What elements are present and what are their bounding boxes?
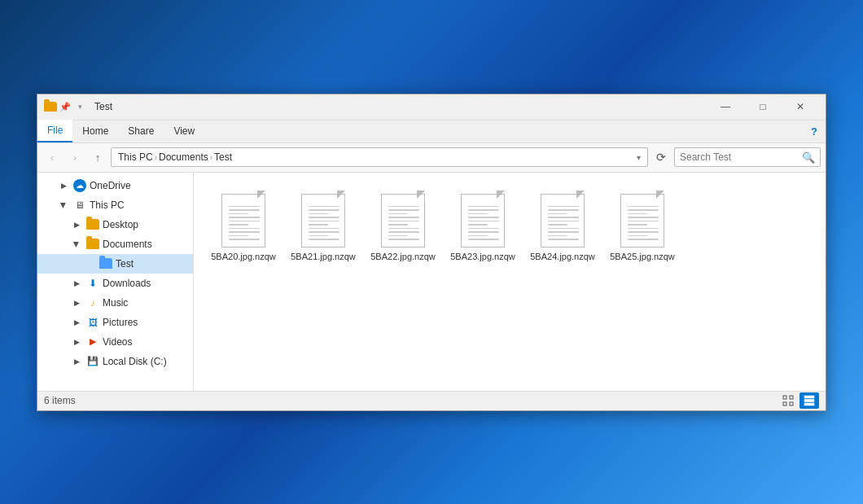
sidebar-label-thispc: This PC [90, 199, 125, 211]
minimize-button[interactable]: — [707, 94, 744, 120]
sidebar-item-documents[interactable]: ▶ Documents [37, 234, 193, 254]
sidebar-label-desktop: Desktop [103, 219, 138, 230]
sidebar-item-onedrive[interactable]: ▶ OneDrive [37, 176, 193, 195]
sidebar-label-downloads: Downloads [103, 278, 151, 289]
file-item[interactable]: 5BA22.jpg.nzqw [366, 186, 440, 267]
title-bar: 📌 ▾ Test — □ ✕ [37, 94, 826, 121]
file-icon [379, 191, 427, 248]
address-path[interactable]: This PC › Documents › Test ▾ [111, 147, 648, 167]
sidebar-label-test: Test [116, 258, 134, 270]
file-icon-fold [257, 191, 265, 199]
window-title: Test [94, 101, 707, 112]
pictures-icon: 🖼 [86, 316, 99, 329]
main-area: ▶ OneDrive ▶ 🖥 This PC ▶ Desktop ▶ Docum… [37, 173, 826, 391]
path-documents[interactable]: Documents [159, 151, 208, 163]
sidebar-item-localdisk[interactable]: ▶ 💾 Local Disk (C:) [37, 352, 193, 371]
search-input[interactable] [680, 151, 802, 163]
chevron-icon: ▶ [70, 355, 83, 368]
file-icon-body [620, 194, 664, 248]
maximize-button[interactable]: □ [744, 94, 782, 120]
folder-icon [86, 239, 99, 249]
music-icon: ♪ [86, 296, 99, 309]
sidebar-item-downloads[interactable]: ▶ ⬇ Downloads [37, 274, 193, 293]
file-icon-lines [388, 206, 419, 243]
chevron-icon: ▶ [57, 179, 70, 192]
refresh-button[interactable]: ⟳ [651, 147, 671, 167]
svg-rect-6 [804, 403, 814, 405]
file-icon-lines [548, 206, 579, 243]
file-name: 5BA25.jpg.nzqw [610, 251, 675, 262]
item-count: 6 items [44, 395, 76, 406]
sidebar-item-thispc[interactable]: ▶ 🖥 This PC [37, 195, 193, 215]
file-icon [299, 191, 348, 248]
file-icon-lines [628, 206, 659, 243]
file-icon-fold [417, 191, 425, 199]
path-sep-2: › [210, 153, 212, 162]
svg-rect-5 [804, 400, 814, 402]
sidebar-label-onedrive: OneDrive [90, 180, 131, 191]
view-list-button[interactable] [778, 392, 798, 409]
file-name: 5BA20.jpg.nzqw [211, 251, 276, 262]
disk-icon: 💾 [86, 355, 99, 368]
sidebar-item-videos[interactable]: ▶ ▶ Videos [37, 332, 193, 352]
file-item[interactable]: 5BA25.jpg.nzqw [606, 186, 679, 267]
chevron-icon: ▶ [57, 199, 70, 212]
search-icon[interactable]: 🔍 [802, 151, 815, 164]
file-item[interactable]: 5BA23.jpg.nzqw [446, 186, 519, 267]
pin-icon: 📌 [59, 100, 72, 113]
up-button[interactable]: ↑ [88, 147, 107, 167]
svg-rect-1 [783, 402, 786, 405]
downloads-icon: ⬇ [86, 277, 99, 290]
chevron-icon: ▶ [70, 316, 83, 329]
menu-tab-view[interactable]: View [164, 120, 204, 142]
title-bar-icons: 📌 ▾ [44, 100, 86, 113]
forward-button[interactable]: › [65, 147, 85, 167]
file-icon [458, 191, 507, 248]
path-dropdown-icon[interactable]: ▾ [637, 153, 641, 162]
menu-tab-file[interactable]: File [37, 120, 72, 142]
file-icon-lines [309, 206, 340, 243]
path-test[interactable]: Test [214, 151, 232, 163]
help-button[interactable]: ? [803, 120, 826, 142]
search-box[interactable]: 🔍 [674, 147, 821, 167]
file-icon-body [221, 194, 265, 248]
file-name: 5BA22.jpg.nzqw [370, 251, 436, 262]
back-button[interactable]: ‹ [42, 147, 62, 167]
down-chevron-icon: ▾ [73, 100, 86, 113]
onedrive-icon [73, 179, 86, 192]
chevron-icon: ▶ [70, 277, 83, 290]
videos-icon: ▶ [86, 335, 99, 348]
svg-rect-4 [804, 396, 814, 398]
file-item[interactable]: 5BA24.jpg.nzqw [526, 186, 599, 267]
chevron-icon: ▶ [70, 335, 83, 348]
menu-tab-share[interactable]: Share [118, 120, 164, 142]
file-icon-body [381, 194, 425, 248]
sidebar-item-test[interactable]: ▶ Test [37, 254, 193, 274]
svg-rect-2 [790, 396, 793, 399]
view-tiles-button[interactable] [799, 392, 819, 409]
menu-bar: File Home Share View ? [37, 121, 826, 143]
sidebar-label-videos: Videos [103, 336, 132, 348]
file-icon-body [461, 194, 505, 248]
path-this-pc[interactable]: This PC [118, 151, 153, 163]
file-icon-fold [576, 191, 585, 199]
chevron-icon: ▶ [70, 296, 83, 309]
file-icon-lines [229, 206, 260, 243]
sidebar-item-music[interactable]: ▶ ♪ Music [37, 293, 193, 313]
sidebar: ▶ OneDrive ▶ 🖥 This PC ▶ Desktop ▶ Docum… [37, 173, 194, 391]
file-item[interactable]: 5BA20.jpg.nzqw [207, 186, 280, 267]
file-item[interactable]: 5BA21.jpg.nzqw [287, 186, 360, 267]
file-name: 5BA21.jpg.nzqw [291, 251, 356, 262]
menu-tab-home[interactable]: Home [72, 120, 118, 142]
svg-rect-0 [783, 396, 786, 399]
file-icon [538, 191, 587, 248]
breadcrumb: This PC › Documents › Test [118, 151, 232, 163]
sidebar-item-desktop[interactable]: ▶ Desktop [37, 215, 193, 234]
close-button[interactable]: ✕ [782, 94, 819, 120]
sidebar-label-pictures: Pictures [103, 317, 138, 328]
sidebar-label-music: Music [103, 297, 128, 309]
chevron-icon: ▶ [70, 238, 83, 251]
file-icon-fold [337, 191, 345, 199]
file-area: 5BA20.jpg.nzqw 5BA21.jpg.nzqw [194, 173, 826, 391]
sidebar-item-pictures[interactable]: ▶ 🖼 Pictures [37, 313, 193, 332]
